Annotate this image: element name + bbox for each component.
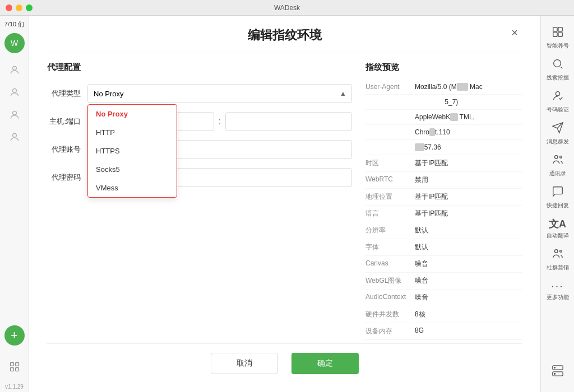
dropdown-option-https[interactable]: HTTPS [88, 142, 177, 160]
preview-key-webgl: WebGL图像 [365, 276, 410, 286]
svg-point-12 [553, 60, 561, 67]
app-title: WADesk [274, 4, 300, 12]
nav-smart-account[interactable]: 智能养号 [543, 22, 572, 53]
svg-rect-6 [10, 368, 13, 371]
group-marketing-icon [552, 248, 564, 263]
proxy-type-select-wrapper[interactable]: No Proxy ▲ No Proxy HTTP HTTPS Socks5 VM… [87, 84, 352, 103]
dialog-header: 编辑指纹环境 × [47, 16, 522, 53]
contacts-icon [552, 153, 564, 169]
blurred-1 [457, 83, 468, 91]
nav-auto-translate[interactable]: 文A 自动翻译 [543, 214, 572, 243]
storage-icon [552, 365, 564, 380]
preview-key-memory: 设备内存 [365, 326, 410, 336]
svg-rect-10 [553, 32, 557, 36]
svg-rect-11 [558, 32, 562, 36]
preview-value-timezone: 基于IP匹配 [415, 158, 522, 168]
preview-value-ua5: 57.36 [415, 143, 522, 151]
svg-rect-4 [10, 363, 13, 366]
preview-value-ua: Mozilla/5.0 (M Mac [415, 83, 522, 91]
preview-value-ua2: 5_7) [415, 98, 522, 106]
port-input[interactable] [225, 112, 352, 131]
avatar[interactable]: W [4, 33, 25, 53]
host-port-label: 主机:端口 [47, 116, 87, 127]
proxy-config-panel: 代理配置 代理类型 No Proxy ▲ No Proxy HTTP HTTPS [47, 62, 352, 343]
close-dialog-button[interactable]: × [507, 25, 522, 40]
sidebar-icon-3[interactable] [4, 105, 25, 125]
nav-label-more-functions: 更多功能 [547, 293, 569, 301]
preview-title: 指纹预览 [365, 62, 522, 73]
preview-row-canvas: Canvas 噪音 [365, 256, 522, 273]
blurred-2 [450, 113, 457, 121]
confirm-button[interactable]: 确定 [291, 353, 359, 374]
version-label: v1.1.29 [5, 384, 24, 390]
proxy-type-value: No Proxy [94, 90, 123, 98]
preview-row-resolution: 分辨率 默认 [365, 222, 522, 239]
nav-label-quick-reply: 快捷回复 [547, 202, 569, 209]
preview-row-language: 语言 基于IP匹配 [365, 206, 522, 222]
dropdown-option-no-proxy[interactable]: No Proxy [88, 105, 177, 123]
main-content: 编辑指纹环境 × 代理配置 代理类型 No Proxy ▲ [29, 16, 540, 392]
nav-account-verify[interactable]: 号码验证 [543, 86, 572, 117]
proxy-password-label: 代理密码 [47, 172, 87, 183]
sidebar-bottom-icon[interactable] [4, 357, 25, 377]
proxy-type-row: 代理类型 No Proxy ▲ No Proxy HTTP HTTPS Sock… [47, 84, 352, 103]
dropdown-option-vmess[interactable]: VMess [88, 179, 177, 197]
preview-key-webrtc: WebRTC [365, 175, 410, 183]
preview-key-audio: AudioContext [365, 293, 410, 301]
svg-point-2 [12, 111, 16, 115]
nav-line-patrol[interactable]: 线索挖掘 [543, 54, 572, 85]
nav-label-contacts: 通讯录 [549, 170, 566, 178]
proxy-type-dropdown: No Proxy HTTP HTTPS Socks5 VMess [87, 104, 177, 198]
close-button[interactable] [6, 4, 12, 11]
preview-row-memory: 设备内存 8G [365, 323, 522, 340]
dialog-footer: 取消 确定 [47, 343, 522, 379]
preview-key-font: 字体 [365, 242, 410, 252]
blurred-3 [429, 128, 435, 136]
sidebar-icon-4[interactable] [4, 127, 25, 147]
preview-row-ua2: 5_7) [365, 95, 522, 110]
maximize-button[interactable] [26, 4, 33, 11]
svg-point-16 [554, 250, 558, 253]
add-account-button[interactable]: + [4, 325, 25, 346]
nav-quick-reply[interactable]: 快捷回复 [543, 182, 572, 213]
preview-key-location: 地理位置 [365, 192, 410, 202]
account-verify-icon [552, 90, 564, 105]
left-sidebar: 7/10 们 W + v1.1.29 [0, 16, 29, 392]
cancel-button[interactable]: 取消 [211, 353, 278, 374]
sidebar-icon-2[interactable] [4, 82, 25, 102]
dropdown-option-socks5[interactable]: Socks5 [88, 160, 177, 179]
dropdown-option-http[interactable]: HTTP [88, 123, 177, 142]
nav-more-functions[interactable]: ··· 更多功能 [543, 276, 572, 305]
svg-point-1 [12, 88, 16, 92]
svg-point-3 [12, 133, 16, 137]
proxy-account-label: 代理账号 [47, 144, 87, 155]
nav-message-send[interactable]: 消息群发 [543, 118, 572, 149]
preview-value-canvas: 噪音 [415, 259, 522, 269]
preview-key-language: 语言 [365, 209, 410, 218]
minimize-button[interactable] [16, 4, 22, 11]
sidebar-icon-1[interactable] [4, 60, 25, 80]
nav-storage[interactable] [543, 361, 572, 383]
proxy-type-select[interactable]: No Proxy [87, 84, 352, 103]
preview-value-location: 基于IP匹配 [415, 192, 522, 202]
nav-group-marketing[interactable]: 社群营销 [543, 244, 572, 275]
right-nav-rail: 智能养号 线索挖掘 号码验证 消息群发 通讯录 快捷回复 文A 自动翻译 [540, 16, 574, 392]
nav-label-auto-translate: 自动翻译 [547, 232, 569, 240]
proxy-type-label: 代理类型 [47, 88, 87, 99]
quick-reply-icon [552, 185, 564, 200]
colon-separator: : [219, 116, 221, 127]
auto-translate-icon: 文A [549, 217, 566, 231]
more-functions-icon: ··· [551, 279, 564, 292]
svg-point-17 [559, 250, 562, 253]
nav-contacts[interactable]: 通讯录 [543, 150, 572, 181]
account-counter: 7/10 们 [4, 20, 24, 29]
message-send-icon [552, 122, 564, 137]
nav-label-line-patrol: 线索挖掘 [547, 74, 569, 82]
preview-value-audio: 噪音 [415, 293, 522, 302]
svg-rect-5 [15, 363, 18, 366]
dialog-title: 编辑指纹环境 [248, 27, 322, 44]
preview-value-memory: 8G [415, 326, 522, 334]
nav-label-message-send: 消息群发 [547, 138, 569, 146]
preview-row-font: 字体 默认 [365, 239, 522, 256]
svg-point-14 [554, 156, 558, 159]
